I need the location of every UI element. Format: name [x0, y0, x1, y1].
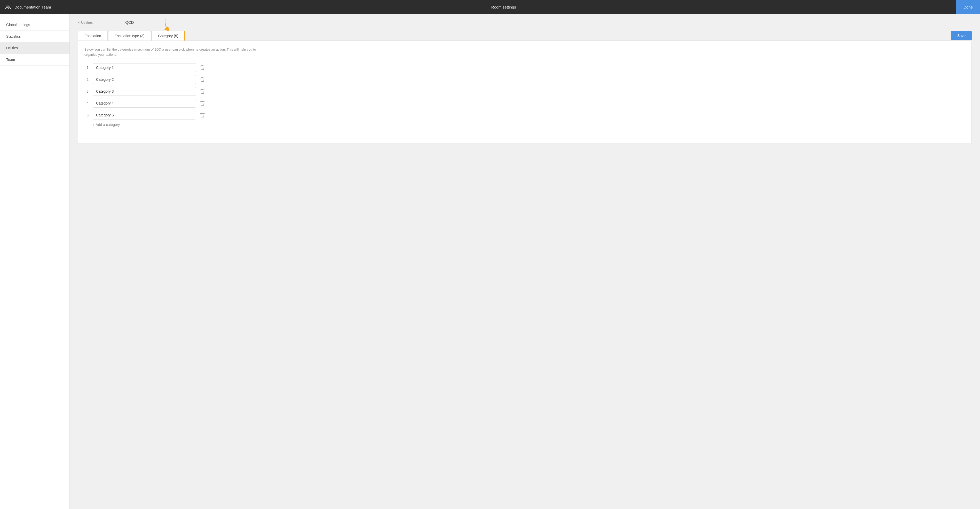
category-row: 5. — [84, 111, 965, 119]
topbar-left: Documentation Team — [4, 3, 51, 11]
delete-button-4[interactable] — [199, 100, 206, 107]
team-name: Documentation Team — [14, 5, 51, 9]
category-number-1: 1. — [84, 65, 89, 70]
page-title: Room settings — [491, 5, 516, 9]
category-number-2: 2. — [84, 78, 89, 81]
category-number-5: 5. — [84, 113, 89, 117]
sidebar-item-global-settings[interactable]: Global settings — [0, 19, 70, 31]
breadcrumb: < Utilities QCD — [78, 20, 972, 24]
delete-button-1[interactable] — [199, 64, 206, 71]
panel: Below you can list the categories (maxim… — [78, 41, 972, 144]
tabs-container: Escalation Escalation type (3) Category … — [78, 31, 972, 41]
category-number-3: 3. — [84, 89, 89, 94]
category-row: 3. — [84, 87, 965, 96]
category-input-5[interactable] — [93, 111, 196, 119]
arrow-annotation — [160, 17, 173, 32]
team-icon — [4, 3, 12, 11]
breadcrumb-back[interactable]: < Utilities — [78, 21, 93, 24]
sidebar: Global settings Statistics Utilities Tea… — [0, 14, 70, 509]
category-input-2[interactable] — [93, 75, 196, 84]
delete-button-5[interactable] — [199, 111, 206, 119]
category-input-1[interactable] — [93, 63, 196, 72]
delete-button-2[interactable] — [199, 76, 206, 83]
content-area: < Utilities QCD Escalation — [70, 14, 980, 509]
done-button[interactable]: Done — [956, 0, 980, 14]
main-layout: Global settings Statistics Utilities Tea… — [0, 14, 980, 509]
svg-point-0 — [6, 5, 8, 7]
category-input-3[interactable] — [93, 87, 196, 96]
category-row: 4. — [84, 99, 965, 108]
sidebar-item-statistics[interactable]: Statistics — [0, 31, 70, 42]
sidebar-item-utilities[interactable]: Utilities — [0, 42, 70, 54]
svg-point-1 — [8, 5, 10, 7]
breadcrumb-current: QCD — [125, 20, 134, 24]
delete-button-3[interactable] — [199, 88, 206, 95]
tab-escalation[interactable]: Escalation — [78, 31, 108, 41]
category-input-4[interactable] — [93, 99, 196, 108]
topbar: Documentation Team Room settings Done — [0, 0, 980, 14]
category-number-4: 4. — [84, 101, 89, 105]
tab-escalation-type[interactable]: Escalation type (3) — [108, 31, 151, 41]
category-row: 1. — [84, 63, 965, 72]
category-row: 2. — [84, 75, 965, 84]
panel-description: Below you can list the categories (maxim… — [84, 47, 260, 57]
add-category-button[interactable]: + Add a category — [84, 122, 965, 127]
sidebar-item-team[interactable]: Team — [0, 54, 70, 65]
tabs-row: Escalation Escalation type (3) Category … — [78, 31, 972, 41]
save-button[interactable]: Save — [951, 31, 972, 40]
